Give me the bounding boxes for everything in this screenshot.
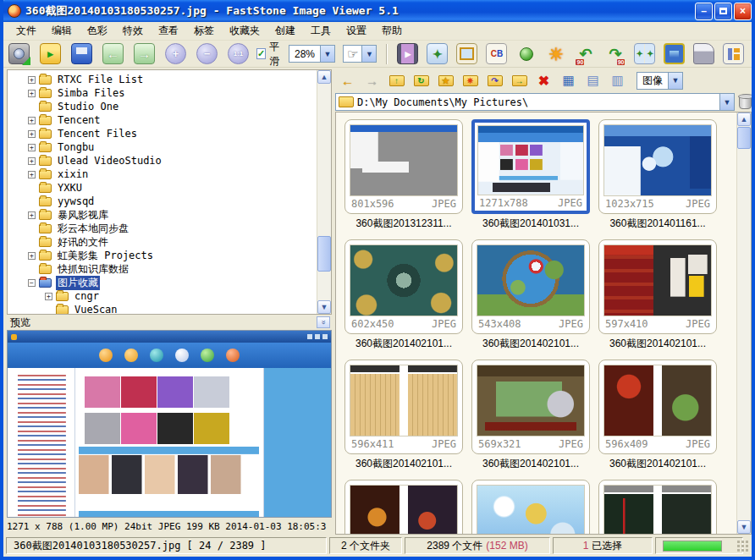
thumbnail-item[interactable]: 1023x715JPEG360截图201401161... [598, 119, 717, 231]
back-icon[interactable]: ← [339, 72, 356, 89]
open-folder-icon[interactable]: ▸ [40, 43, 61, 64]
tree-item[interactable]: 彩云本地同步盘 [13, 222, 317, 235]
expand-toggle-icon[interactable]: + [45, 293, 52, 300]
rotate-right-icon[interactable]: ↷ [604, 43, 625, 64]
actual-size-icon[interactable]: 1:1 [228, 43, 249, 64]
tree-item[interactable]: +Tencent [13, 113, 317, 127]
scroll-up-icon[interactable]: ▲ [737, 113, 751, 126]
chevron-down-icon[interactable]: ▼ [361, 46, 376, 62]
expand-toggle-icon[interactable]: + [28, 252, 36, 260]
delete-icon[interactable]: ✖ [535, 72, 553, 89]
menu-item[interactable]: 收藏夹 [222, 22, 267, 40]
menu-item[interactable]: 创建 [267, 22, 303, 40]
menu-item[interactable]: 帮助 [374, 22, 410, 40]
crop-icon[interactable] [456, 43, 477, 64]
new-folder-icon[interactable]: ✷ [461, 72, 479, 89]
zoom-in-icon[interactable]: + [165, 43, 186, 64]
expand-toggle-icon[interactable]: + [28, 171, 36, 178]
thumbnail-card[interactable] [598, 480, 717, 534]
tree-item[interactable]: YXKU [13, 181, 317, 195]
preview-image[interactable] [7, 330, 332, 518]
thumbnail-item[interactable]: 543x408JPEG360截图201402101... [471, 239, 590, 351]
thumbnail-item[interactable]: 569x321JPEG360截图201402101... [471, 360, 590, 471]
chevron-down-icon[interactable]: ▼ [668, 73, 682, 89]
tree-item[interactable]: −图片收藏 [13, 276, 317, 289]
expand-toggle-icon[interactable]: + [28, 211, 36, 219]
favorites-folder-icon[interactable]: ★ [437, 72, 455, 89]
resize-image-icon[interactable]: ✦ [427, 43, 448, 64]
webcam-capture-icon[interactable] [515, 43, 537, 64]
up-folder-icon[interactable]: ↑ [388, 72, 405, 89]
thumbs-view-icon[interactable]: ▦ [559, 72, 577, 89]
hand-tool-select[interactable]: ☞ ▼ [343, 45, 377, 63]
refresh-folder-icon[interactable]: ↻ [412, 72, 430, 89]
resize-grip[interactable] [746, 541, 749, 552]
tree-item[interactable]: Studio One [13, 100, 317, 113]
tree-item[interactable]: +xixin [13, 167, 317, 181]
thumbnail-card[interactable] [471, 480, 590, 534]
thumbnail-card[interactable]: 569x321JPEG [471, 360, 590, 454]
tree-item[interactable]: +RTXC File List [13, 73, 317, 86]
thumbnail-card[interactable]: 1271x788JPEG [471, 119, 590, 214]
expand-toggle-icon[interactable]: + [28, 90, 36, 97]
close-button[interactable]: × [734, 3, 752, 20]
tree-item[interactable]: 快抓知识库数据 [13, 262, 317, 276]
menu-item[interactable]: 编辑 [44, 22, 80, 40]
rename-icon[interactable]: CB [486, 43, 507, 64]
thumbnail-card[interactable]: 596x411JPEG [344, 360, 463, 454]
details-view-icon[interactable]: ▤ [584, 72, 602, 89]
thumbnail-card[interactable]: 602x450JPEG [344, 239, 463, 334]
thumbnail-card[interactable]: 543x408JPEG [471, 239, 590, 334]
menu-item[interactable]: 特效 [115, 22, 151, 40]
expand-toggle-icon[interactable]: + [28, 144, 36, 151]
thumbnail-card[interactable]: 596x409JPEG [598, 360, 717, 454]
zoom-select[interactable]: 28% ▼ [289, 45, 335, 63]
scroll-up-icon[interactable]: ▲ [317, 70, 331, 84]
thumbnail-card[interactable] [344, 480, 463, 534]
thumbnail-card[interactable]: 597x410JPEG [598, 239, 717, 334]
slideshow-icon[interactable]: ▶ [397, 43, 418, 64]
adjust-colors-icon[interactable]: ☀ [545, 43, 566, 64]
scan-icon[interactable] [693, 43, 714, 64]
thumbnail-card[interactable]: 1023x715JPEG [598, 119, 717, 214]
menu-item[interactable]: 查看 [151, 22, 186, 40]
expand-toggle-icon[interactable]: + [28, 76, 36, 84]
preview-collapse-button[interactable]: « [317, 316, 330, 328]
thumbnail-item[interactable]: 596x411JPEG360截图201402101... [344, 360, 463, 471]
thumbnail-card[interactable]: 801x596JPEG [344, 119, 463, 214]
thumbnail-item[interactable]: 801x596JPEG360截图201312311... [344, 119, 463, 231]
tree-item[interactable]: yywsqd [13, 195, 317, 208]
expand-toggle-icon[interactable]: + [28, 157, 36, 165]
tree-item[interactable]: +Ulead VideoStudio [13, 154, 317, 167]
menu-item[interactable]: 色彩 [80, 22, 115, 40]
expand-toggle-icon[interactable]: + [28, 117, 36, 124]
expand-toggle-icon[interactable]: − [28, 279, 36, 287]
move-to-icon[interactable]: ↷ [486, 72, 504, 89]
smooth-checkbox[interactable]: ✓ 平滑 [256, 40, 281, 69]
maximize-button[interactable] [714, 3, 732, 20]
thumbnail-item[interactable] [344, 480, 463, 534]
prev-image-icon[interactable]: ← [102, 43, 124, 64]
expand-toggle-icon[interactable]: + [28, 130, 36, 138]
chevron-down-icon[interactable]: ▼ [320, 46, 334, 62]
compare-images-icon[interactable]: ✦✦ [634, 43, 655, 64]
zoom-out-icon[interactable]: − [196, 43, 218, 64]
thumbnail-item[interactable] [598, 480, 717, 534]
copy-to-icon[interactable]: → [510, 72, 528, 89]
thumbnail-scroll-thumb[interactable] [737, 127, 751, 149]
tree-scrollbar[interactable]: ▲ ▼ [317, 70, 331, 314]
forward-icon[interactable]: → [363, 72, 381, 89]
menu-item[interactable]: 文件 [8, 22, 44, 40]
tree-item[interactable]: +cngr [13, 289, 317, 303]
path-input[interactable]: D:\My Documents\My Pictures\ ▼ [335, 93, 735, 111]
menu-item[interactable]: 标签 [186, 22, 222, 40]
thumbnail-item[interactable]: 597x410JPEG360截图201402101... [598, 239, 717, 351]
tree-item[interactable]: +Tongbu [13, 140, 317, 154]
scroll-down-icon[interactable]: ▼ [317, 300, 331, 314]
save-icon[interactable] [71, 43, 92, 64]
capture-camera-icon[interactable] [8, 43, 30, 64]
path-dropdown-icon[interactable]: ▼ [719, 94, 734, 110]
list-view-icon[interactable]: ▥ [609, 72, 626, 89]
tree-item[interactable]: +Simba Files [13, 86, 317, 100]
tree-item[interactable]: VueScan [13, 303, 317, 315]
